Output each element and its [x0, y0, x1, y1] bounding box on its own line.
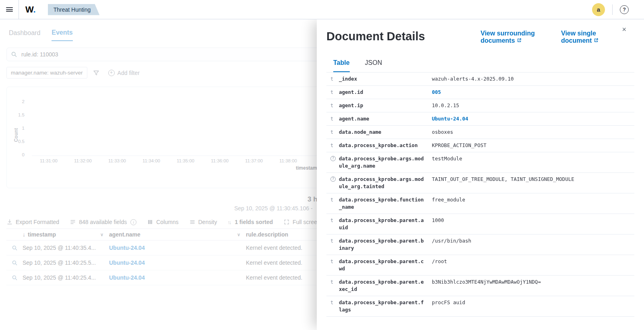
field-value: /root: [432, 258, 634, 265]
field-value: 10.0.2.15: [432, 102, 634, 109]
field-row: t data.process_kprobe.parent.exec_id b3N…: [326, 276, 634, 296]
field-name: agent.id: [339, 89, 424, 96]
field-type-string-icon: t: [330, 75, 339, 83]
field-name: agent.name: [339, 115, 424, 122]
field-name: data.process_kprobe.function_name: [339, 196, 424, 211]
field-value: TAINT_OUT_OF_TREE_MODULE, TAINT_UNSIGNED…: [432, 176, 634, 183]
top-bar: W. Threat Hunting a ?: [0, 0, 644, 19]
field-value: KPROBE_ACTION_POST: [432, 142, 634, 149]
field-row: ? data.process_kprobe.args.module_arg.na…: [326, 152, 634, 173]
field-type-unknown-icon: ?: [330, 176, 336, 182]
header-divider: [612, 4, 613, 15]
tab-json[interactable]: JSON: [365, 59, 382, 72]
document-fields-table: t _index wazuh-alerts-4.x-2025.09.10 t a…: [326, 72, 634, 317]
field-type-string-icon: t: [330, 102, 339, 109]
field-name: agent.ip: [339, 102, 424, 109]
wazuh-logo[interactable]: W.: [25, 4, 36, 15]
field-row: t data.process_kprobe.parent.cwd /root: [326, 255, 634, 276]
field-row: t data.process_kprobe.action KPROBE_ACTI…: [326, 139, 634, 152]
avatar[interactable]: a: [592, 3, 605, 16]
field-type-string-icon: t: [330, 196, 339, 203]
field-name: data.process_kprobe.parent.flags: [339, 299, 424, 313]
field-name: data.process_kprobe.parent.auid: [339, 217, 424, 231]
help-button[interactable]: ?: [620, 5, 629, 14]
field-type-string-icon: t: [330, 142, 339, 149]
logo-dot: .: [33, 4, 36, 15]
field-type-string-icon: t: [330, 129, 339, 136]
field-row: t data.process_kprobe.parent.flags procF…: [326, 296, 634, 317]
external-link-icon: [517, 38, 522, 43]
field-value: free_module: [432, 196, 634, 203]
field-value-link[interactable]: Ubuntu-24.04: [432, 115, 634, 122]
logo-text: W: [25, 4, 33, 15]
external-link-icon: [594, 38, 599, 43]
field-value: b3Nib3hlczo3MTE4NjYwMDAwMDAwOjY1NDQ=: [432, 278, 634, 286]
flyout-links: View surrounding documents View single d…: [481, 30, 610, 45]
field-value: procFS auid: [432, 299, 634, 306]
field-type-unknown-icon: ?: [330, 156, 336, 161]
field-name: _index: [339, 75, 424, 83]
field-name: data.node_name: [339, 129, 424, 136]
field-value: 1000: [432, 217, 634, 224]
field-value: /usr/bin/bash: [432, 237, 634, 245]
field-name: data.process_kprobe.args.module_arg.tain…: [339, 176, 424, 190]
menu-button[interactable]: [0, 0, 19, 19]
field-type-string-icon: t: [330, 258, 339, 265]
field-value: testModule: [432, 155, 634, 162]
field-type-string-icon: t: [330, 299, 339, 306]
view-single-document-label: View single document: [561, 30, 596, 44]
field-row: ? data.process_kprobe.args.module_arg.ta…: [326, 173, 634, 193]
flyout-tabs: Table JSON: [333, 59, 634, 72]
breadcrumb[interactable]: Threat Hunting: [48, 4, 100, 15]
view-single-document-link[interactable]: View single document: [561, 30, 610, 45]
field-name: data.process_kprobe.parent.binary: [339, 237, 424, 252]
field-type-string-icon: t: [330, 115, 339, 122]
view-surrounding-documents-link[interactable]: View surrounding documents: [481, 30, 547, 45]
field-row: t data.process_kprobe.parent.binary /usr…: [326, 235, 634, 255]
field-type-string-icon: t: [330, 217, 339, 224]
field-row: t data.process_kprobe.function_name free…: [326, 193, 634, 214]
field-name: data.process_kprobe.action: [339, 142, 424, 149]
field-value: wazuh-alerts-4.x-2025.09.10: [432, 75, 634, 83]
field-value: osboxes: [432, 129, 634, 136]
tab-table[interactable]: Table: [333, 59, 350, 72]
field-row: t agent.id 005: [326, 86, 634, 99]
field-type-string-icon: t: [330, 278, 339, 286]
help-icon: ?: [623, 7, 626, 12]
field-type-string-icon: t: [330, 89, 339, 96]
field-row: t agent.name Ubuntu-24.04: [326, 112, 634, 126]
field-row: t agent.ip 10.0.2.15: [326, 99, 634, 112]
field-row: t data.process_kprobe.parent.auid 1000: [326, 214, 634, 235]
field-row: t _index wazuh-alerts-4.x-2025.09.10: [326, 73, 634, 86]
threat-hunting-page: { "header": { "logo_w": "W", "logo_dot":…: [0, 0, 644, 330]
field-value-link[interactable]: 005: [432, 89, 634, 96]
document-details-flyout: × Document Details View surrounding docu…: [317, 19, 644, 330]
field-name: data.process_kprobe.args.module_arg.name: [339, 155, 424, 170]
field-name: data.process_kprobe.parent.exec_id: [339, 278, 424, 293]
field-row: t data.node_name osboxes: [326, 126, 634, 139]
view-surrounding-documents-label: View surrounding documents: [481, 30, 535, 44]
field-name: data.process_kprobe.parent.cwd: [339, 258, 424, 272]
close-button[interactable]: ×: [620, 24, 628, 35]
hamburger-icon: [6, 6, 13, 13]
field-type-string-icon: t: [330, 237, 339, 245]
